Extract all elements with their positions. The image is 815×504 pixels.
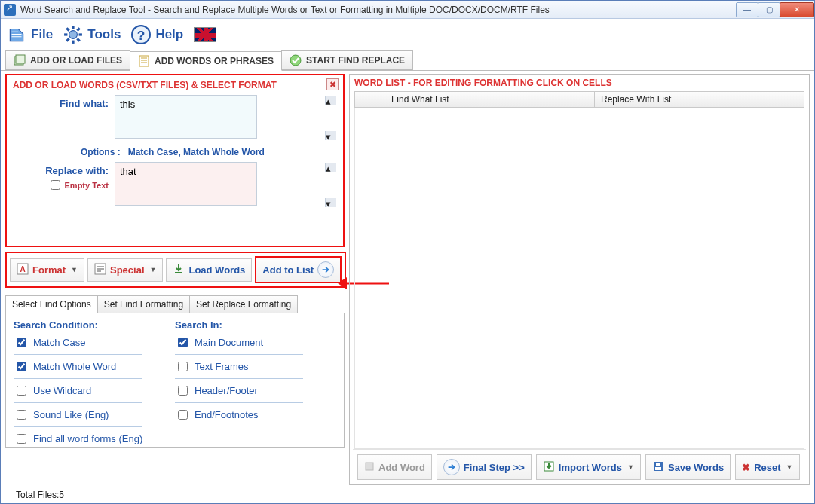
svg-rect-30 bbox=[656, 463, 660, 466]
end-footnotes-label: End/Footnotes bbox=[195, 409, 259, 420]
find-what-label: Find what: bbox=[13, 95, 115, 141]
check-icon bbox=[290, 54, 302, 66]
load-words-label: Load Words bbox=[188, 264, 245, 276]
menu-help-label: Help bbox=[155, 27, 183, 42]
replace-with-label: Replace with: Empty Text bbox=[13, 162, 115, 208]
reset-label: Reset bbox=[754, 462, 780, 473]
options-label: Options : bbox=[81, 147, 121, 157]
special-label: Special bbox=[110, 264, 145, 276]
format-button[interactable]: A Format▼ bbox=[10, 258, 84, 282]
svg-text:?: ? bbox=[137, 27, 146, 42]
wildcard-checkbox[interactable] bbox=[17, 386, 26, 396]
right-bottom-toolbar: Add Word Final Step >> Import Words▼ Sav… bbox=[353, 449, 806, 484]
svg-point-0 bbox=[69, 30, 78, 38]
reset-icon: ✖ bbox=[742, 462, 750, 473]
search-in-heading: Search In: bbox=[175, 319, 336, 331]
svg-rect-13 bbox=[139, 56, 149, 66]
word-forms-label: Find all word forms (Eng) bbox=[33, 433, 142, 444]
menu-file[interactable]: File bbox=[7, 25, 53, 44]
tab-start-label: START FIND REPLACE bbox=[306, 55, 405, 66]
menu-tools[interactable]: Tools bbox=[63, 25, 121, 44]
match-case-label: Match Case bbox=[33, 337, 85, 348]
app-window: Word Search and Replace Tool - Search an… bbox=[0, 0, 815, 504]
find-options-panel: Search Condition: Match Case Match Whole… bbox=[5, 313, 345, 448]
text-frames-checkbox[interactable] bbox=[178, 362, 188, 371]
statusbar: Total Files:5 bbox=[1, 487, 814, 503]
files-icon bbox=[14, 54, 26, 66]
svg-rect-24 bbox=[175, 272, 182, 273]
content-area: ADD OR LOAD WORDS (CSV/TXT FILES) & SELE… bbox=[1, 71, 814, 487]
menu-tools-label: Tools bbox=[87, 27, 121, 42]
scroll-stub: ▴ bbox=[325, 163, 336, 172]
sound-like-checkbox[interactable] bbox=[17, 410, 26, 420]
subtab-set-replace-fmt[interactable]: Set Replace Formatting bbox=[189, 295, 298, 313]
left-column: ADD OR LOAD WORDS (CSV/TXT FILES) & SELE… bbox=[5, 74, 345, 485]
special-icon bbox=[94, 263, 106, 277]
special-button[interactable]: Special▼ bbox=[87, 258, 163, 282]
reset-button[interactable]: ✖ Reset▼ bbox=[735, 454, 799, 480]
word-list-panel: WORD LIST - FOR EDITING FORMATTING CLICK… bbox=[349, 74, 810, 485]
minimize-button[interactable]: — bbox=[736, 2, 758, 17]
word-forms-checkbox[interactable] bbox=[17, 434, 26, 444]
save-words-label: Save Words bbox=[668, 462, 724, 473]
header-footer-label: Header/Footer bbox=[195, 385, 258, 396]
arrow-right-icon bbox=[443, 459, 460, 475]
sound-like-label: Sound Like (Eng) bbox=[33, 409, 109, 420]
svg-line-6 bbox=[78, 38, 80, 41]
tab-add-words[interactable]: ADD WORDS OR PHRASES bbox=[130, 51, 282, 71]
col-find-what[interactable]: Find What List bbox=[385, 92, 595, 107]
final-step-button[interactable]: Final Step >> bbox=[437, 454, 532, 480]
svg-line-8 bbox=[78, 28, 80, 30]
add-word-button[interactable]: Add Word bbox=[357, 454, 432, 480]
subtab-select-find[interactable]: Select Find Options bbox=[5, 295, 98, 313]
words-icon bbox=[138, 55, 150, 67]
subtab-set-find-fmt[interactable]: Set Find Formatting bbox=[97, 295, 190, 313]
main-tabstrip: ADD OR LOAD FILES ADD WORDS OR PHRASES S… bbox=[1, 50, 814, 71]
help-icon: ? bbox=[131, 25, 151, 44]
import-icon bbox=[543, 460, 555, 475]
tab-start[interactable]: START FIND REPLACE bbox=[281, 50, 413, 70]
format-label: Format bbox=[32, 264, 66, 276]
app-icon bbox=[4, 4, 16, 16]
import-words-button[interactable]: Import Words▼ bbox=[536, 454, 641, 480]
tab-add-files[interactable]: ADD OR LOAD FILES bbox=[5, 50, 130, 70]
arrow-right-icon bbox=[317, 261, 334, 278]
language-flag-uk[interactable] bbox=[194, 27, 216, 42]
save-icon bbox=[652, 460, 664, 475]
import-words-label: Import Words bbox=[559, 462, 622, 473]
replace-with-input[interactable] bbox=[115, 162, 257, 206]
match-case-checkbox[interactable] bbox=[17, 338, 26, 347]
match-whole-label: Match Whole Word bbox=[33, 361, 116, 372]
save-words-button[interactable]: Save Words bbox=[645, 454, 731, 480]
load-words-button[interactable]: Load Words bbox=[166, 258, 252, 282]
scroll-stub: ▴ bbox=[325, 96, 336, 105]
options-value: Match Case, Match Whole Word bbox=[128, 147, 265, 157]
close-button[interactable]: ✕ bbox=[780, 2, 814, 17]
scroll-stub: ▾ bbox=[325, 198, 336, 207]
options-tabstrip: Select Find Options Set Find Formatting … bbox=[5, 295, 345, 313]
col-blank bbox=[355, 92, 385, 107]
words-toolbar: A Format▼ Special▼ Load Words Add to Lis… bbox=[5, 252, 346, 288]
format-icon: A bbox=[17, 263, 29, 277]
end-footnotes-checkbox[interactable] bbox=[178, 410, 188, 420]
svg-rect-12 bbox=[16, 55, 25, 63]
header-footer-checkbox[interactable] bbox=[178, 386, 188, 396]
add-to-list-label: Add to List bbox=[262, 264, 314, 276]
match-whole-checkbox[interactable] bbox=[17, 362, 26, 371]
word-list-grid[interactable] bbox=[354, 108, 804, 449]
menu-help[interactable]: ? Help bbox=[131, 25, 183, 44]
empty-text-checkbox[interactable] bbox=[51, 180, 60, 190]
col-replace-with[interactable]: Replace With List bbox=[595, 92, 804, 107]
find-what-input[interactable] bbox=[115, 95, 257, 139]
search-condition-heading: Search Condition: bbox=[14, 319, 175, 331]
maximize-button[interactable]: ▢ bbox=[758, 2, 780, 17]
word-list-header: Find What List Replace With List bbox=[354, 91, 804, 108]
main-document-checkbox[interactable] bbox=[178, 338, 188, 347]
panel-close-button[interactable]: ✖ bbox=[326, 78, 339, 90]
add-words-panel-title: ADD OR LOAD WORDS (CSV/TXT FILES) & SELE… bbox=[13, 80, 337, 90]
svg-rect-26 bbox=[366, 463, 373, 470]
total-files-label: Total Files:5 bbox=[16, 490, 64, 500]
add-to-list-button[interactable]: Add to List bbox=[255, 256, 342, 283]
tab-add-files-label: ADD OR LOAD FILES bbox=[30, 55, 122, 66]
file-icon bbox=[7, 25, 26, 44]
